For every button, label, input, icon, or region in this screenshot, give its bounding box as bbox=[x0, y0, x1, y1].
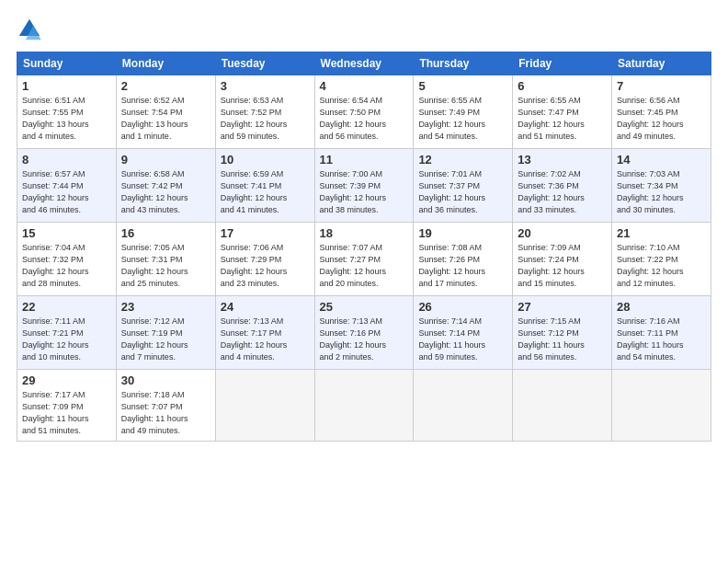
logo-icon bbox=[17, 17, 42, 42]
day-number: 25 bbox=[320, 300, 409, 314]
calendar-cell: 10Sunrise: 6:59 AM Sunset: 7:41 PM Dayli… bbox=[215, 149, 314, 223]
day-number: 22 bbox=[22, 300, 111, 314]
calendar-cell: 12Sunrise: 7:01 AM Sunset: 7:37 PM Dayli… bbox=[414, 149, 513, 223]
day-number: 2 bbox=[121, 79, 210, 93]
calendar-week-row: 15Sunrise: 7:04 AM Sunset: 7:32 PM Dayli… bbox=[17, 223, 711, 296]
calendar-cell: 9Sunrise: 6:58 AM Sunset: 7:42 PM Daylig… bbox=[116, 149, 215, 223]
day-info: Sunrise: 7:15 AM Sunset: 7:12 PM Dayligh… bbox=[518, 316, 607, 363]
calendar-cell: 28Sunrise: 7:16 AM Sunset: 7:11 PM Dayli… bbox=[612, 296, 711, 370]
day-number: 5 bbox=[418, 79, 507, 93]
day-number: 30 bbox=[121, 373, 210, 387]
day-info: Sunrise: 6:51 AM Sunset: 7:55 PM Dayligh… bbox=[22, 95, 111, 143]
header bbox=[17, 17, 711, 42]
day-number: 16 bbox=[121, 226, 210, 240]
day-info: Sunrise: 6:53 AM Sunset: 7:52 PM Dayligh… bbox=[221, 95, 310, 143]
day-info: Sunrise: 6:55 AM Sunset: 7:47 PM Dayligh… bbox=[518, 95, 607, 143]
calendar-week-row: 29Sunrise: 7:17 AM Sunset: 7:09 PM Dayli… bbox=[17, 370, 711, 442]
day-info: Sunrise: 7:10 AM Sunset: 7:22 PM Dayligh… bbox=[617, 242, 706, 290]
day-number: 23 bbox=[121, 300, 210, 314]
day-number: 17 bbox=[221, 226, 310, 240]
calendar-header-monday: Monday bbox=[116, 52, 215, 75]
day-number: 11 bbox=[320, 153, 409, 167]
day-info: Sunrise: 6:59 AM Sunset: 7:41 PM Dayligh… bbox=[221, 168, 310, 216]
calendar-cell: 6Sunrise: 6:55 AM Sunset: 7:47 PM Daylig… bbox=[513, 75, 612, 149]
calendar-cell: 25Sunrise: 7:13 AM Sunset: 7:16 PM Dayli… bbox=[314, 296, 414, 370]
calendar-cell: 23Sunrise: 7:12 AM Sunset: 7:19 PM Dayli… bbox=[116, 296, 215, 370]
day-info: Sunrise: 7:09 AM Sunset: 7:24 PM Dayligh… bbox=[518, 242, 607, 290]
day-info: Sunrise: 7:02 AM Sunset: 7:36 PM Dayligh… bbox=[518, 168, 607, 216]
calendar-header-row: SundayMondayTuesdayWednesdayThursdayFrid… bbox=[17, 52, 711, 75]
calendar-cell: 4Sunrise: 6:54 AM Sunset: 7:50 PM Daylig… bbox=[314, 75, 414, 149]
day-number: 14 bbox=[617, 153, 706, 167]
calendar-cell: 27Sunrise: 7:15 AM Sunset: 7:12 PM Dayli… bbox=[513, 296, 612, 370]
day-info: Sunrise: 7:14 AM Sunset: 7:14 PM Dayligh… bbox=[418, 316, 507, 363]
day-number: 1 bbox=[22, 79, 111, 93]
day-info: Sunrise: 6:55 AM Sunset: 7:49 PM Dayligh… bbox=[418, 95, 507, 143]
calendar-cell: 1Sunrise: 6:51 AM Sunset: 7:55 PM Daylig… bbox=[17, 75, 117, 149]
day-number: 8 bbox=[22, 153, 111, 167]
day-number: 6 bbox=[518, 79, 607, 93]
day-info: Sunrise: 7:11 AM Sunset: 7:21 PM Dayligh… bbox=[22, 316, 111, 363]
calendar-cell: 3Sunrise: 6:53 AM Sunset: 7:52 PM Daylig… bbox=[215, 75, 314, 149]
calendar-header-thursday: Thursday bbox=[414, 52, 513, 75]
day-number: 24 bbox=[221, 300, 310, 314]
day-info: Sunrise: 7:12 AM Sunset: 7:19 PM Dayligh… bbox=[121, 316, 210, 363]
calendar-cell: 15Sunrise: 7:04 AM Sunset: 7:32 PM Dayli… bbox=[17, 223, 117, 296]
calendar-cell bbox=[215, 370, 314, 442]
calendar-cell bbox=[513, 370, 612, 442]
calendar-cell: 21Sunrise: 7:10 AM Sunset: 7:22 PM Dayli… bbox=[612, 223, 711, 296]
day-number: 4 bbox=[320, 79, 409, 93]
day-info: Sunrise: 7:03 AM Sunset: 7:34 PM Dayligh… bbox=[617, 168, 706, 216]
day-number: 18 bbox=[320, 226, 409, 240]
calendar-cell: 26Sunrise: 7:14 AM Sunset: 7:14 PM Dayli… bbox=[414, 296, 513, 370]
calendar-week-row: 8Sunrise: 6:57 AM Sunset: 7:44 PM Daylig… bbox=[17, 149, 711, 223]
day-info: Sunrise: 7:13 AM Sunset: 7:17 PM Dayligh… bbox=[221, 316, 310, 363]
calendar-cell: 20Sunrise: 7:09 AM Sunset: 7:24 PM Dayli… bbox=[513, 223, 612, 296]
day-info: Sunrise: 7:13 AM Sunset: 7:16 PM Dayligh… bbox=[320, 316, 409, 363]
day-info: Sunrise: 7:17 AM Sunset: 7:09 PM Dayligh… bbox=[22, 389, 111, 437]
calendar-week-row: 1Sunrise: 6:51 AM Sunset: 7:55 PM Daylig… bbox=[17, 75, 711, 149]
calendar-cell: 14Sunrise: 7:03 AM Sunset: 7:34 PM Dayli… bbox=[612, 149, 711, 223]
day-info: Sunrise: 7:04 AM Sunset: 7:32 PM Dayligh… bbox=[22, 242, 111, 290]
calendar-cell: 24Sunrise: 7:13 AM Sunset: 7:17 PM Dayli… bbox=[215, 296, 314, 370]
day-number: 12 bbox=[418, 153, 507, 167]
calendar-cell: 7Sunrise: 6:56 AM Sunset: 7:45 PM Daylig… bbox=[612, 75, 711, 149]
calendar-header-tuesday: Tuesday bbox=[215, 52, 314, 75]
calendar-cell: 2Sunrise: 6:52 AM Sunset: 7:54 PM Daylig… bbox=[116, 75, 215, 149]
day-number: 28 bbox=[617, 300, 706, 314]
day-number: 10 bbox=[221, 153, 310, 167]
day-number: 15 bbox=[22, 226, 111, 240]
day-info: Sunrise: 7:18 AM Sunset: 7:07 PM Dayligh… bbox=[121, 389, 210, 437]
page: SundayMondayTuesdayWednesdayThursdayFrid… bbox=[0, 0, 728, 563]
day-info: Sunrise: 7:16 AM Sunset: 7:11 PM Dayligh… bbox=[617, 316, 706, 363]
day-info: Sunrise: 6:57 AM Sunset: 7:44 PM Dayligh… bbox=[22, 168, 111, 216]
day-number: 26 bbox=[418, 300, 507, 314]
calendar-week-row: 22Sunrise: 7:11 AM Sunset: 7:21 PM Dayli… bbox=[17, 296, 711, 370]
day-info: Sunrise: 6:58 AM Sunset: 7:42 PM Dayligh… bbox=[121, 168, 210, 216]
calendar-cell: 18Sunrise: 7:07 AM Sunset: 7:27 PM Dayli… bbox=[314, 223, 414, 296]
day-info: Sunrise: 6:54 AM Sunset: 7:50 PM Dayligh… bbox=[320, 95, 409, 143]
day-info: Sunrise: 7:01 AM Sunset: 7:37 PM Dayligh… bbox=[418, 168, 507, 216]
day-number: 21 bbox=[617, 226, 706, 240]
calendar-header-saturday: Saturday bbox=[612, 52, 711, 75]
day-info: Sunrise: 6:52 AM Sunset: 7:54 PM Dayligh… bbox=[121, 95, 210, 143]
calendar-header-wednesday: Wednesday bbox=[314, 52, 414, 75]
day-number: 27 bbox=[518, 300, 607, 314]
day-number: 20 bbox=[518, 226, 607, 240]
calendar-cell: 16Sunrise: 7:05 AM Sunset: 7:31 PM Dayli… bbox=[116, 223, 215, 296]
calendar-cell: 13Sunrise: 7:02 AM Sunset: 7:36 PM Dayli… bbox=[513, 149, 612, 223]
day-number: 13 bbox=[518, 153, 607, 167]
calendar-cell: 29Sunrise: 7:17 AM Sunset: 7:09 PM Dayli… bbox=[17, 370, 117, 442]
day-number: 9 bbox=[121, 153, 210, 167]
calendar-cell: 22Sunrise: 7:11 AM Sunset: 7:21 PM Dayli… bbox=[17, 296, 117, 370]
calendar-cell: 5Sunrise: 6:55 AM Sunset: 7:49 PM Daylig… bbox=[414, 75, 513, 149]
day-number: 7 bbox=[617, 79, 706, 93]
calendar-header-sunday: Sunday bbox=[17, 52, 117, 75]
calendar-cell bbox=[612, 370, 711, 442]
day-info: Sunrise: 7:06 AM Sunset: 7:29 PM Dayligh… bbox=[221, 242, 310, 290]
calendar-cell: 17Sunrise: 7:06 AM Sunset: 7:29 PM Dayli… bbox=[215, 223, 314, 296]
calendar-table: SundayMondayTuesdayWednesdayThursdayFrid… bbox=[17, 52, 711, 442]
day-info: Sunrise: 6:56 AM Sunset: 7:45 PM Dayligh… bbox=[617, 95, 706, 143]
calendar-header-friday: Friday bbox=[513, 52, 612, 75]
calendar-cell: 11Sunrise: 7:00 AM Sunset: 7:39 PM Dayli… bbox=[314, 149, 414, 223]
